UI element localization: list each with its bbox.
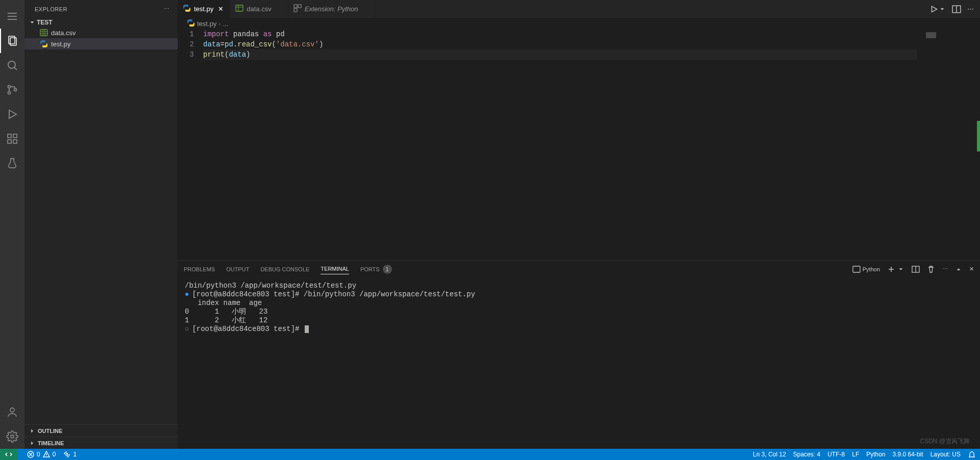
line-number: 2 (178, 39, 194, 49)
account-icon[interactable] (0, 400, 24, 424)
tok: ( (272, 40, 276, 48)
status-value: 1 (73, 451, 77, 458)
panel-close-icon[interactable]: ✕ (969, 266, 974, 272)
activity-bar (0, 0, 24, 449)
extensions-icon[interactable] (0, 126, 24, 151)
run-debug-icon[interactable] (0, 102, 24, 126)
ports-badge: 1 (383, 265, 392, 274)
testing-icon[interactable] (0, 151, 24, 175)
terminal-line: ●[root@a8ddc84ce803 test]# /bin/python3 … (185, 290, 973, 299)
status-lang[interactable]: Python (866, 451, 885, 458)
svg-rect-17 (40, 30, 47, 36)
file-label: data.csv (51, 29, 76, 37)
terminal-text: [root@a8ddc84ce803 test]# (192, 325, 303, 333)
status-bell-icon[interactable] (968, 450, 976, 458)
line-number: 3 (178, 49, 194, 60)
terminal[interactable]: /bin/python3 /app/workspace/test/test.py… (178, 277, 980, 449)
svg-point-16 (11, 435, 14, 438)
more-icon[interactable]: ⋯ (967, 5, 974, 13)
trash-icon[interactable] (927, 265, 935, 273)
menu-icon[interactable] (0, 4, 24, 29)
svg-rect-12 (13, 134, 17, 138)
svg-rect-27 (294, 9, 297, 12)
section-outline[interactable]: OUTLINE (24, 424, 178, 437)
tok: data (203, 40, 220, 48)
gear-icon[interactable] (0, 424, 24, 449)
status-ports[interactable]: 1 (63, 450, 77, 458)
status-eol[interactable]: LF (852, 451, 859, 458)
tok: print (203, 50, 225, 59)
tab-debug-console[interactable]: DEBUG CONSOLE (260, 264, 309, 274)
svg-rect-26 (298, 5, 301, 8)
terminal-line: 0 1 小明 23 (185, 308, 973, 316)
svg-rect-22 (236, 5, 243, 11)
table-icon (40, 29, 48, 37)
status-layout[interactable]: Layout: US (930, 451, 961, 458)
tab-output[interactable]: OUTPUT (226, 264, 249, 274)
tok: read_csv (237, 40, 272, 48)
tok: . (233, 40, 237, 48)
sidebar: EXPLORER ⋯ TEST data.csv test.py OUTLINE (24, 0, 178, 449)
search-icon[interactable] (0, 53, 24, 78)
remote-icon[interactable] (0, 449, 17, 460)
code-content[interactable]: import pandas as pd data=pd.read_csv('da… (203, 29, 922, 260)
terminal-profile[interactable]: Python (852, 265, 880, 273)
new-terminal-icon[interactable] (887, 265, 904, 273)
close-icon[interactable]: ✕ (216, 5, 225, 13)
tab-extension-python[interactable]: Extension: Python (288, 0, 375, 18)
svg-rect-14 (13, 140, 17, 143)
section-label: TIMELINE (38, 440, 64, 446)
tab-problems[interactable]: PROBLEMS (184, 264, 215, 274)
tok: ) (319, 40, 323, 48)
status-encoding[interactable]: UTF-8 (827, 451, 845, 458)
tab-terminal[interactable]: TERMINAL (321, 264, 349, 274)
editor-tabs: test.py ✕ data.csv Extension: Python ⋯ (178, 0, 980, 18)
breadcrumb-file: test.py (197, 20, 216, 28)
explorer-icon[interactable] (0, 29, 24, 53)
minimap[interactable] (922, 29, 973, 260)
overview-ruler[interactable] (973, 29, 980, 260)
svg-marker-10 (9, 110, 16, 118)
tab-label: Extension: Python (305, 5, 358, 13)
more-icon[interactable]: ⋯ (942, 266, 948, 272)
python-icon (183, 4, 191, 14)
bullet-icon: ○ (185, 325, 189, 333)
terminal-text: [root@a8ddc84ce803 test]# /bin/python3 /… (192, 290, 475, 298)
tok: 'data.csv' (276, 40, 319, 48)
svg-point-9 (14, 89, 17, 91)
tok: = (220, 40, 225, 48)
status-errors[interactable]: 0 0 (27, 450, 56, 458)
svg-rect-11 (8, 134, 11, 138)
tab-label: PORTS (360, 266, 380, 272)
tab-data-csv[interactable]: data.csv (230, 0, 288, 18)
file-item-test-py[interactable]: test.py (24, 38, 178, 49)
code-editor[interactable]: 1 2 3 import pandas as pd data=pd.read_c… (178, 29, 980, 260)
sidebar-more-icon[interactable]: ⋯ (164, 6, 170, 12)
tok: pd (272, 30, 284, 38)
breadcrumb[interactable]: test.py › ... (178, 18, 980, 29)
folder-root[interactable]: TEST (24, 18, 178, 27)
kw: as (263, 30, 272, 38)
tok: pd (225, 40, 233, 48)
chevron-up-icon[interactable] (955, 266, 962, 273)
terminal-line: /bin/python3 /app/workspace/test/test.py (185, 282, 973, 290)
status-spaces[interactable]: Spaces: 4 (793, 451, 820, 458)
terminal-profile-label: Python (863, 266, 880, 272)
tab-test-py[interactable]: test.py ✕ (178, 0, 230, 18)
status-interpreter[interactable]: 3.9.0 64-bit (893, 451, 923, 458)
file-item-data-csv[interactable]: data.csv (24, 27, 178, 38)
section-timeline[interactable]: TIMELINE (24, 437, 178, 449)
file-label: test.py (51, 40, 70, 48)
status-cursor[interactable]: Ln 3, Col 12 (753, 451, 786, 458)
status-bar: 0 0 1 Ln 3, Col 12 Spaces: 4 UTF-8 LF Py… (0, 449, 980, 460)
terminal-line: index name age (185, 299, 973, 308)
python-icon (40, 40, 48, 48)
svg-rect-31 (853, 266, 860, 272)
panel: PROBLEMS OUTPUT DEBUG CONSOLE TERMINAL P… (178, 260, 980, 449)
split-terminal-icon[interactable] (912, 265, 920, 273)
scm-icon[interactable] (0, 78, 24, 102)
breadcrumb-sep: › (218, 20, 220, 28)
split-editor-icon[interactable] (952, 5, 961, 14)
tab-ports[interactable]: PORTS1 (360, 263, 392, 276)
run-icon[interactable] (929, 5, 946, 14)
